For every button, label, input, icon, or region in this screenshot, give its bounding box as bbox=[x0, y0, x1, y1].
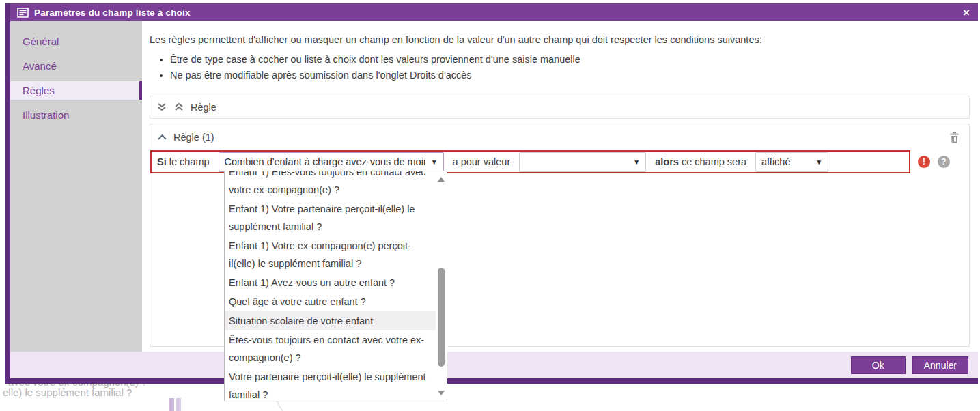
dropdown-option[interactable]: Quel âge à votre autre enfant ? bbox=[225, 292, 436, 311]
rule-1-label: Règle (1) bbox=[173, 132, 214, 143]
tab-avance[interactable]: Avancé bbox=[10, 57, 142, 75]
dialog-body: Général Avancé Règles Illustration Les r… bbox=[10, 21, 978, 352]
rules-description: Les règles permettent d'afficher ou masq… bbox=[150, 33, 970, 46]
scroll-down-icon[interactable] bbox=[438, 391, 445, 395]
chevron-down-icon: ▼ bbox=[815, 158, 822, 166]
expand-all-icon[interactable] bbox=[173, 102, 184, 113]
chevron-down-icon: ▼ bbox=[633, 158, 640, 166]
tab-general[interactable]: Général bbox=[10, 32, 142, 51]
dialog-titlebar: Paramètres du champ liste à choix × bbox=[10, 3, 978, 21]
ok-button[interactable]: Ok bbox=[851, 356, 906, 374]
dropdown-options: Enfant 1) Êtes-vous toujours en contact … bbox=[225, 171, 436, 401]
dropdown-option[interactable]: Enfant 1) Votre ex-compagnon(e) perçoit-… bbox=[225, 236, 436, 273]
dropdown-option[interactable]: Enfant 1) Êtes-vous toujours en contact … bbox=[225, 171, 436, 199]
condition-item: Ne pas être modifiable après soumission … bbox=[170, 69, 970, 82]
help-icon[interactable]: ? bbox=[938, 156, 950, 168]
dropdown-option[interactable]: Enfant 1) Avez-vous un autre enfant ? bbox=[225, 273, 436, 292]
dropdown-option-highlighted[interactable]: Situation scolaire de votre enfant bbox=[225, 311, 436, 330]
page: avec votre ex-compagnon(e) ? elle) le su… bbox=[0, 0, 980, 411]
dropdown-option[interactable]: Votre partenaire perçoit-il(elle) le sup… bbox=[225, 367, 436, 401]
rule-row: Si le champ Combien d'enfant à charge av… bbox=[150, 150, 969, 173]
cancel-button[interactable]: Annuler bbox=[912, 356, 968, 374]
has-value-label: a pour valeur bbox=[453, 156, 511, 167]
settings-sidebar: Général Avancé Règles Illustration bbox=[10, 21, 144, 352]
scroll-up-icon[interactable] bbox=[438, 177, 445, 182]
background-text-fragment: elle) le supplément familial ? bbox=[3, 386, 132, 398]
scrollbar-thumb[interactable] bbox=[438, 268, 445, 366]
dropdown-option[interactable]: Êtes-vous toujours en contact avec votre… bbox=[225, 330, 436, 367]
field-select-dropdown: Enfant 1) Êtes-vous toujours en contact … bbox=[224, 171, 447, 401]
tab-regles[interactable]: Règles bbox=[10, 81, 142, 100]
conditions-list: Être de type case à cocher ou liste à ch… bbox=[150, 53, 970, 82]
dialog-title: Paramètres du champ liste à choix bbox=[34, 8, 191, 18]
chevron-down-icon: ▼ bbox=[431, 158, 438, 166]
dialog-footer: Ok Annuler bbox=[10, 352, 978, 378]
tab-illustration[interactable]: Illustration bbox=[10, 106, 142, 124]
rule-condition-box: Si le champ Combien d'enfant à charge av… bbox=[150, 150, 910, 173]
validation-error-icon: ! bbox=[918, 156, 930, 168]
if-field-label: Si le champ bbox=[157, 156, 210, 167]
close-icon[interactable]: × bbox=[963, 7, 970, 18]
collapse-all-icon[interactable] bbox=[156, 102, 167, 113]
background-shape bbox=[169, 398, 174, 411]
dropdown-option[interactable]: Enfant 1) Votre partenaire perçoit-il(el… bbox=[225, 199, 436, 236]
then-label: alors ce champ sera bbox=[655, 156, 746, 167]
rule-1-header: Règle (1) bbox=[150, 124, 969, 150]
action-select[interactable]: affiché ▼ bbox=[755, 152, 828, 172]
condition-item: Être de type case à cocher ou liste à ch… bbox=[170, 53, 970, 66]
trash-icon[interactable] bbox=[949, 132, 960, 143]
rules-toolbar-label: Règle bbox=[191, 102, 216, 113]
background-shape bbox=[176, 398, 181, 411]
field-settings-dialog: Paramètres du champ liste à choix × Géné… bbox=[5, 3, 978, 384]
field-select[interactable]: Combien d'enfant à charge avez-vous de m… bbox=[219, 152, 444, 172]
dropdown-scrollbar[interactable] bbox=[436, 171, 447, 401]
value-select[interactable]: ▼ bbox=[519, 152, 646, 172]
form-list-icon bbox=[17, 8, 29, 18]
rules-toolbar: Règle bbox=[150, 96, 970, 119]
chevron-up-icon[interactable] bbox=[157, 133, 167, 141]
